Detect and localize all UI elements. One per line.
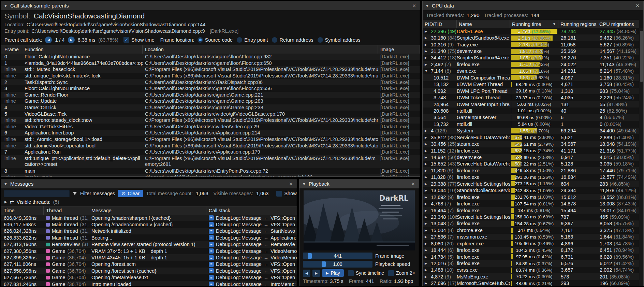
visible-threads-row[interactable]: ▶ ⇄ Visible threads: (5): [1, 199, 297, 206]
zoom-2x-checkbox[interactable]: Zoom 2×: [388, 270, 415, 276]
tree-collapsed-icon[interactable]: ▶: [425, 202, 429, 205]
frame-location-radio-entry-point[interactable]: Entry point: [237, 37, 268, 43]
close-icon[interactable]: ×: [634, 2, 641, 9]
tree-collapsed-icon[interactable]: ▶: [425, 275, 429, 278]
cpu-row[interactable]: 4,092DWM LPC Port Thread29.16 ms(0.13%)1…: [423, 88, 639, 94]
tree-collapsed-icon[interactable]: ▶: [425, 43, 429, 46]
message-row[interactable]: 627,831,246nsGame(36,704)Intro menu load…: [1, 281, 297, 286]
tree-collapsed-icon[interactable]: ▶: [425, 242, 429, 245]
tree-collapsed-icon[interactable]: ▶: [425, 162, 429, 166]
messages-titlebar[interactable]: ▼ Messages ×: [1, 179, 297, 188]
callstack-row[interactable]: 8mainC:\Users\wolf\Desktop\darkrl\src\En…: [1, 168, 420, 174]
cpu-row[interactable]: ▶12,692(9)firefox.exe231.76 ms(1.00%)15,…: [423, 194, 639, 200]
message-row[interactable]: 627,411,606nsGame(36,704)Opening /forest…: [1, 261, 297, 268]
cpu-row[interactable]: ▶8,080(20)explorer.exe105.66 ms(0.46%)4,…: [423, 240, 639, 247]
cpu-row[interactable]: ▶4,872(9)MsMpEng.exe70.22 ms(0.30%)57320…: [423, 273, 639, 280]
collapse-arrow-icon[interactable]: ▼: [4, 182, 8, 186]
callstack-row[interactable]: inlinestd::_Mutex_base::lockC:\Program F…: [1, 66, 420, 73]
tree-open-icon[interactable]: ▼: [425, 69, 429, 73]
callstack-icon[interactable]: ≡: [209, 235, 214, 240]
callstack-row[interactable]: inlinestd::unique_lock<std::mutex>::lock…: [1, 73, 420, 79]
column-header-time[interactable]: Time: [1, 206, 44, 215]
callstack-row[interactable]: 3Floor::CalcLightNoLuminanceC:\Users\wol…: [1, 85, 420, 92]
message-row[interactable]: 627,667,736nsGame(36,704)Opening /meta/r…: [1, 274, 297, 281]
collapse-arrow-icon[interactable]: ▼: [425, 4, 429, 8]
tree-collapsed-icon[interactable]: ▶: [425, 268, 429, 272]
message-row[interactable]: 606,117,568nsMain thread(31,596)Opening …: [1, 221, 297, 228]
message-row[interactable]: 627,399,326nsGame(36,704)VRAM 43x45: 15 …: [1, 254, 297, 261]
callstack-icon[interactable]: ≡: [209, 215, 214, 220]
frame-location-radio-symbol-address[interactable]: Symbol address: [318, 37, 361, 43]
tree-collapsed-icon[interactable]: ▶: [425, 49, 429, 53]
cpu-row[interactable]: ▶13,048(7)firefox.exe154.28 ms(0.67%)9,3…: [423, 220, 639, 227]
cpu-row[interactable]: ▶23,348(106)ServiceHub.SettingsHost.exe1…: [423, 214, 639, 220]
cpu-row[interactable]: ▶16,464(7)firefox.exe187 ms(0.81%)15,494…: [423, 207, 639, 214]
callstack-icon[interactable]: ≡: [209, 282, 214, 286]
next-callstack-button[interactable]: ▶: [68, 37, 75, 43]
message-filter-input[interactable]: [4, 190, 70, 197]
cpu-row[interactable]: ▶30,160(84)ScriptedSandbox64.exe2.51 s(1…: [423, 34, 639, 41]
collapse-arrow-icon[interactable]: ▼: [4, 4, 8, 8]
play-button[interactable]: ▶ Play: [322, 269, 344, 277]
column-header-pid-tid[interactable]: PID/TID: [423, 20, 457, 28]
tree-collapsed-icon[interactable]: ▶: [425, 255, 429, 259]
sync-timeline-checkbox[interactable]: Sync timeline: [348, 270, 384, 276]
playback-speed-slider[interactable]: 1.00: [303, 261, 372, 268]
column-header-cpu-migrations[interactable]: CPU migrations: [597, 20, 639, 28]
callstack-icon[interactable]: ≡: [209, 262, 214, 267]
tree-collapsed-icon[interactable]: ▶: [425, 282, 429, 285]
callstack-titlebar[interactable]: ▼ Call stack sample parents ×: [1, 1, 420, 10]
column-header-name[interactable]: Name: [457, 20, 510, 28]
column-header-callstack[interactable]: Call stack: [206, 206, 297, 215]
tree-collapsed-icon[interactable]: ▶: [425, 63, 429, 66]
cpu-row[interactable]: 3,564GameInput server69.68 us(0.00%)64(6…: [423, 114, 639, 121]
callstack-row[interactable]: 1<lambda_84a19dc444fae966ca174e83e708bdc…: [1, 60, 420, 67]
tree-collapsed-icon[interactable]: ▶: [425, 262, 429, 265]
tree-collapsed-icon[interactable]: ▶: [425, 156, 429, 159]
step-forward-button[interactable]: ▶: [312, 270, 320, 277]
tree-collapsed-icon[interactable]: ▶: [425, 36, 429, 40]
cpu-row[interactable]: ▶10,316(9)Tracy.exe2.18 s(9.45%)11,0585,…: [423, 41, 639, 48]
tree-collapsed-icon[interactable]: ▶: [425, 248, 429, 252]
tree-collapsed-icon[interactable]: ▶: [425, 196, 429, 199]
column-header-function[interactable]: Function: [22, 45, 143, 54]
tree-collapsed-icon[interactable]: ▶: [425, 56, 429, 59]
close-icon[interactable]: ×: [410, 181, 416, 187]
callstack-row[interactable]: 2TaskDispatch::SyncC:\Users\wolf\Desktop…: [1, 79, 420, 85]
callstack-icon[interactable]: ≡: [209, 222, 214, 227]
cpu-row[interactable]: ▶34,412(18)ScriptedSandbox64.exe1.85 s(8…: [423, 55, 639, 61]
callstack-row[interactable]: inlinestd::chrono::steady_clock::nowC:\P…: [1, 117, 420, 124]
frame-location-radio-return-address[interactable]: Return address: [272, 37, 313, 43]
cpu-row[interactable]: ▶2,492(7)firefox.exe1.71 s(7.42%)24,0221…: [423, 61, 639, 68]
cpu-row[interactable]: ▶4(126)System1.55 s(6.70%)69,29434,400(4…: [423, 128, 639, 134]
callstack-row[interactable]: 6Application::InnerLoopC:\Users\wolf\Des…: [1, 130, 420, 136]
column-header-frame[interactable]: Frame: [1, 45, 22, 54]
cpu-row[interactable]: ▶1,488(10)csrss.exe83.74 ms(0.36%)3,6572…: [423, 267, 639, 273]
tree-collapsed-icon[interactable]: ▶: [425, 229, 429, 232]
message-row[interactable]: 626,024,328nsMain thread(31,596)Network …: [1, 228, 297, 234]
callstack-row[interactable]: 0Floor::CalcLightNoLuminanceC:\Users\wol…: [1, 54, 420, 60]
tree-collapsed-icon[interactable]: ▶: [425, 222, 429, 225]
cpu-scrollbar[interactable]: [639, 28, 643, 286]
cpu-row[interactable]: ▶15,004(8)chrome.exe147 ms(0.64%)7,1613,…: [423, 227, 639, 233]
cpu-row[interactable]: 13,132uDWM Event Thread68.29 ms(0.30%)4,…: [423, 81, 639, 88]
frame-location-radio-source-code[interactable]: Source code: [197, 37, 233, 43]
tree-collapsed-icon[interactable]: ▶: [425, 189, 429, 192]
tree-collapsed-icon[interactable]: ▶: [425, 169, 429, 172]
cpu-row[interactable]: ▶12,016(3)firefox.exe84.89 ms(0.37%)6,57…: [423, 260, 639, 267]
callstack-row[interactable]: inlineGame::RenderFloorC:\Users\wolf\Des…: [1, 92, 420, 98]
tree-collapsed-icon[interactable]: ▶: [425, 235, 429, 239]
callstack-row[interactable]: 4Game::OnTickC:\Users\wolf\Desktop\darkr…: [1, 104, 420, 111]
message-row[interactable]: 626,833,622nsMain thread(31,596)Booting.…: [1, 234, 297, 241]
cpu-row[interactable]: ▶14,984(50)devenv.exe584.69 ms(2.53%)6,9…: [423, 154, 639, 160]
message-row[interactable]: 606,049,398nsMain thread(31,596)Opening …: [1, 215, 297, 221]
cpu-scrollbar-thumb[interactable]: [640, 31, 643, 82]
cpu-row[interactable]: 3,748DWM Token Thread23.37 ms(0.10%)4,03…: [423, 94, 639, 101]
cpu-row[interactable]: ▶14,784(5)firefox.exe97.95 ms(0.42%)6,73…: [423, 254, 639, 260]
tree-collapsed-icon[interactable]: ▶: [425, 209, 429, 212]
message-row[interactable]: 627,380,356nsGame(36,704)VRAM 37x45: 13 …: [1, 248, 297, 254]
tree-collapsed-icon[interactable]: ▶: [425, 136, 429, 139]
cpu-row[interactable]: ▶29,388(77)ServiceHub.SettingsHost.exe27…: [423, 181, 639, 187]
tree-collapsed-icon[interactable]: ▶: [425, 182, 429, 186]
callstack-row[interactable]: inlinestd::atomic<bool>::operator boolC:…: [1, 142, 420, 149]
